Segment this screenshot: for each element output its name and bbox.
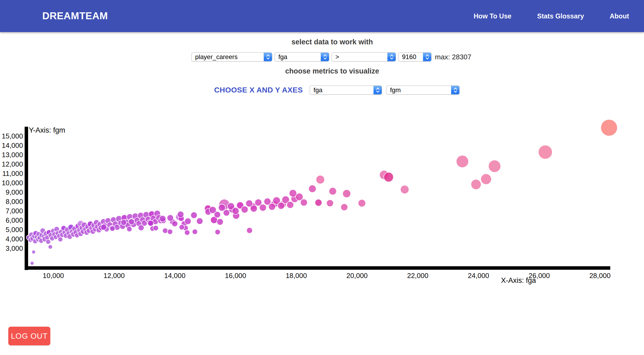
scatter-point[interactable] xyxy=(316,175,325,184)
brand-logo[interactable]: DREAMTEAM xyxy=(42,10,108,22)
scatter-point[interactable] xyxy=(223,210,230,216)
scatter-point[interactable] xyxy=(179,225,184,230)
scatter-point[interactable] xyxy=(48,245,52,249)
scatter-point[interactable] xyxy=(481,174,491,184)
scatter-point[interactable] xyxy=(232,207,239,214)
scatter-point[interactable] xyxy=(384,172,393,182)
scatter-point[interactable] xyxy=(456,155,469,168)
scatter-point[interactable] xyxy=(46,239,51,244)
nav-link-how-to-use[interactable]: How To Use xyxy=(473,12,511,20)
scatter-point[interactable] xyxy=(127,226,132,232)
scatter-point[interactable] xyxy=(153,225,158,231)
scatter-point[interactable] xyxy=(138,225,144,231)
scatter-point[interactable] xyxy=(341,204,348,211)
scatter-point[interactable] xyxy=(315,199,322,206)
scatter-point[interactable] xyxy=(121,219,127,225)
nav-link-about[interactable]: About xyxy=(610,12,629,20)
scatter-point[interactable] xyxy=(148,220,154,226)
scatter-point[interactable] xyxy=(177,211,184,218)
scatter-point[interactable] xyxy=(250,205,257,212)
scatter-point[interactable] xyxy=(327,200,334,207)
scatter-point[interactable] xyxy=(538,145,552,159)
scatter-point[interactable] xyxy=(300,199,307,206)
scatter-point[interactable] xyxy=(400,185,409,194)
scatter-point[interactable] xyxy=(358,199,366,207)
scatter-point[interactable] xyxy=(192,229,198,234)
navbar: DREAMTEAM How To Use Stats Glossary Abou… xyxy=(0,0,644,32)
scatter-point[interactable] xyxy=(110,226,115,231)
scatter-point[interactable] xyxy=(58,237,63,242)
scatter-point[interactable] xyxy=(32,250,36,254)
scatter-point[interactable] xyxy=(343,190,351,198)
scatter-point[interactable] xyxy=(329,187,336,195)
scatter-points-canvas xyxy=(0,0,644,355)
scatter-point[interactable] xyxy=(162,228,168,233)
scatter-point[interactable] xyxy=(196,218,203,224)
nav-link-stats-glossary[interactable]: Stats Glossary xyxy=(537,12,584,20)
scatter-point[interactable] xyxy=(247,227,252,233)
nav-links: How To Use Stats Glossary About xyxy=(473,12,629,20)
scatter-point[interactable] xyxy=(191,212,197,218)
scatter-point[interactable] xyxy=(259,204,266,211)
scatter-chart: Y-Axis: fgm X-Axis: fga 15,00014,00013,0… xyxy=(0,0,644,355)
scatter-point[interactable] xyxy=(215,229,220,235)
scatter-point[interactable] xyxy=(101,224,107,230)
scatter-point[interactable] xyxy=(217,219,223,225)
scatter-point[interactable] xyxy=(167,215,173,221)
scatter-point[interactable] xyxy=(214,211,221,218)
scatter-point[interactable] xyxy=(128,219,134,225)
scatter-point[interactable] xyxy=(172,221,178,227)
scatter-point[interactable] xyxy=(471,179,481,190)
scatter-point[interactable] xyxy=(167,229,173,234)
scatter-point[interactable] xyxy=(268,203,275,210)
scatter-point[interactable] xyxy=(488,160,501,172)
scatter-point[interactable] xyxy=(184,230,190,235)
scatter-point[interactable] xyxy=(309,185,316,192)
scatter-point[interactable] xyxy=(601,119,618,136)
scatter-point[interactable] xyxy=(278,202,285,209)
scatter-point[interactable] xyxy=(160,215,166,222)
scatter-point[interactable] xyxy=(241,206,248,213)
scatter-point[interactable] xyxy=(30,261,34,265)
scatter-point[interactable] xyxy=(185,218,191,225)
scatter-point[interactable] xyxy=(287,201,294,208)
